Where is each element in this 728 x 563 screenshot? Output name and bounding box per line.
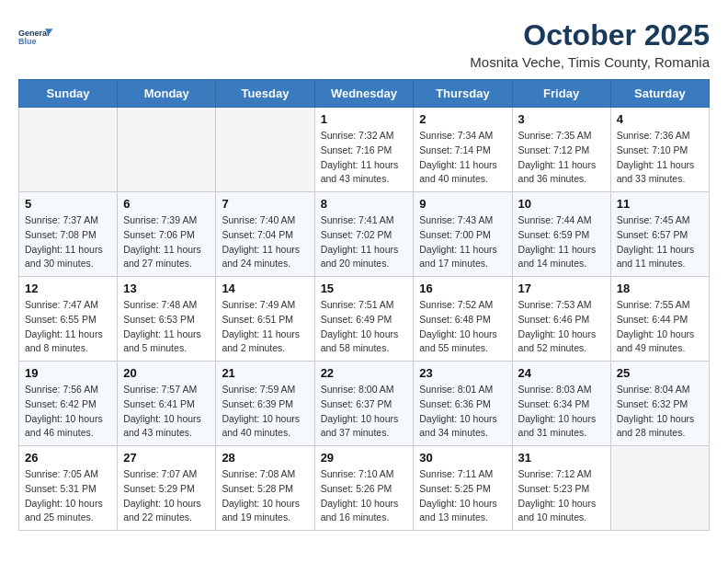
day-number: 28 (222, 451, 308, 465)
calendar-cell: 25Sunrise: 8:04 AM Sunset: 6:32 PM Dayli… (610, 362, 709, 446)
day-number: 19 (25, 366, 111, 380)
page-header: GeneralBlue General Blue October 2025 Mo… (18, 18, 710, 70)
day-info: Sunrise: 7:12 AM Sunset: 5:23 PM Dayligh… (518, 467, 605, 525)
calendar-week-4: 19Sunrise: 7:56 AM Sunset: 6:42 PM Dayli… (19, 362, 710, 446)
weekday-header-friday: Friday (512, 80, 610, 108)
calendar-cell: 19Sunrise: 7:56 AM Sunset: 6:42 PM Dayli… (19, 362, 118, 446)
day-info: Sunrise: 7:08 AM Sunset: 5:28 PM Dayligh… (222, 467, 308, 525)
day-number: 22 (321, 366, 408, 380)
day-number: 30 (419, 451, 506, 465)
calendar-cell: 4Sunrise: 7:36 AM Sunset: 7:10 PM Daylig… (610, 108, 709, 192)
day-info: Sunrise: 7:53 AM Sunset: 6:46 PM Dayligh… (518, 298, 605, 356)
day-number: 16 (419, 282, 506, 295)
calendar-week-5: 26Sunrise: 7:05 AM Sunset: 5:31 PM Dayli… (19, 446, 710, 531)
weekday-header-monday: Monday (118, 80, 216, 108)
day-number: 11 (617, 197, 703, 211)
day-info: Sunrise: 7:48 AM Sunset: 6:53 PM Dayligh… (123, 298, 210, 356)
calendar-cell: 1Sunrise: 7:32 AM Sunset: 7:16 PM Daylig… (314, 108, 414, 192)
svg-text:Blue: Blue (18, 37, 37, 46)
calendar-cell: 13Sunrise: 7:48 AM Sunset: 6:53 PM Dayli… (118, 277, 216, 362)
day-info: Sunrise: 7:40 AM Sunset: 7:04 PM Dayligh… (222, 213, 308, 271)
calendar-cell: 29Sunrise: 7:10 AM Sunset: 5:26 PM Dayli… (314, 446, 414, 531)
day-number: 26 (25, 451, 111, 465)
calendar-cell: 24Sunrise: 8:03 AM Sunset: 6:34 PM Dayli… (512, 362, 610, 446)
day-number: 1 (321, 112, 408, 126)
calendar-cell: 5Sunrise: 7:37 AM Sunset: 7:08 PM Daylig… (19, 192, 118, 277)
location-subtitle: Mosnita Veche, Timis County, Romania (470, 54, 710, 70)
day-info: Sunrise: 7:57 AM Sunset: 6:41 PM Dayligh… (123, 383, 210, 441)
day-number: 3 (518, 112, 605, 126)
day-info: Sunrise: 7:56 AM Sunset: 6:42 PM Dayligh… (25, 383, 111, 441)
calendar-cell: 14Sunrise: 7:49 AM Sunset: 6:51 PM Dayli… (216, 277, 314, 362)
day-info: Sunrise: 8:01 AM Sunset: 6:36 PM Dayligh… (419, 383, 506, 441)
weekday-header-saturday: Saturday (610, 80, 709, 108)
calendar-cell (216, 108, 314, 192)
day-info: Sunrise: 7:45 AM Sunset: 6:57 PM Dayligh… (617, 213, 703, 271)
day-info: Sunrise: 8:00 AM Sunset: 6:37 PM Dayligh… (321, 383, 408, 441)
day-number: 7 (222, 197, 308, 211)
day-number: 9 (419, 197, 506, 211)
day-info: Sunrise: 7:52 AM Sunset: 6:48 PM Dayligh… (419, 298, 506, 356)
calendar-week-3: 12Sunrise: 7:47 AM Sunset: 6:55 PM Dayli… (19, 277, 710, 362)
calendar-cell (118, 108, 216, 192)
calendar-cell: 3Sunrise: 7:35 AM Sunset: 7:12 PM Daylig… (512, 108, 610, 192)
svg-text:General: General (18, 29, 50, 38)
title-section: October 2025 Mosnita Veche, Timis County… (470, 18, 710, 70)
logo-icon: GeneralBlue (18, 18, 55, 55)
calendar-cell: 16Sunrise: 7:52 AM Sunset: 6:48 PM Dayli… (414, 277, 512, 362)
day-info: Sunrise: 7:11 AM Sunset: 5:25 PM Dayligh… (419, 467, 506, 525)
calendar-cell: 23Sunrise: 8:01 AM Sunset: 6:36 PM Dayli… (414, 362, 512, 446)
day-number: 27 (123, 451, 210, 465)
calendar-cell: 11Sunrise: 7:45 AM Sunset: 6:57 PM Dayli… (610, 192, 709, 277)
calendar-week-2: 5Sunrise: 7:37 AM Sunset: 7:08 PM Daylig… (19, 192, 710, 277)
calendar-cell: 2Sunrise: 7:34 AM Sunset: 7:14 PM Daylig… (414, 108, 512, 192)
calendar-cell: 21Sunrise: 7:59 AM Sunset: 6:39 PM Dayli… (216, 362, 314, 446)
logo: GeneralBlue General Blue (18, 18, 59, 55)
calendar-cell: 22Sunrise: 8:00 AM Sunset: 6:37 PM Dayli… (314, 362, 414, 446)
calendar-cell: 10Sunrise: 7:44 AM Sunset: 6:59 PM Dayli… (512, 192, 610, 277)
day-number: 6 (123, 197, 210, 211)
day-info: Sunrise: 7:37 AM Sunset: 7:08 PM Dayligh… (25, 213, 111, 271)
calendar-cell: 18Sunrise: 7:55 AM Sunset: 6:44 PM Dayli… (610, 277, 709, 362)
calendar-cell: 7Sunrise: 7:40 AM Sunset: 7:04 PM Daylig… (216, 192, 314, 277)
day-info: Sunrise: 7:47 AM Sunset: 6:55 PM Dayligh… (25, 298, 111, 356)
day-info: Sunrise: 7:41 AM Sunset: 7:02 PM Dayligh… (321, 213, 408, 271)
calendar-cell: 28Sunrise: 7:08 AM Sunset: 5:28 PM Dayli… (216, 446, 314, 531)
calendar-cell: 27Sunrise: 7:07 AM Sunset: 5:29 PM Dayli… (118, 446, 216, 531)
calendar-cell: 31Sunrise: 7:12 AM Sunset: 5:23 PM Dayli… (512, 446, 610, 531)
month-title: October 2025 (470, 18, 710, 52)
day-info: Sunrise: 7:59 AM Sunset: 6:39 PM Dayligh… (222, 383, 308, 441)
day-number: 24 (518, 366, 605, 380)
calendar-cell: 9Sunrise: 7:43 AM Sunset: 7:00 PM Daylig… (414, 192, 512, 277)
calendar-cell: 17Sunrise: 7:53 AM Sunset: 6:46 PM Dayli… (512, 277, 610, 362)
day-info: Sunrise: 7:49 AM Sunset: 6:51 PM Dayligh… (222, 298, 308, 356)
day-number: 18 (617, 282, 703, 295)
day-info: Sunrise: 7:10 AM Sunset: 5:26 PM Dayligh… (321, 467, 408, 525)
calendar-cell: 8Sunrise: 7:41 AM Sunset: 7:02 PM Daylig… (314, 192, 414, 277)
day-number: 25 (617, 366, 703, 380)
day-info: Sunrise: 7:35 AM Sunset: 7:12 PM Dayligh… (518, 129, 605, 187)
day-info: Sunrise: 8:04 AM Sunset: 6:32 PM Dayligh… (617, 383, 703, 441)
day-number: 10 (518, 197, 605, 211)
calendar-cell: 30Sunrise: 7:11 AM Sunset: 5:25 PM Dayli… (414, 446, 512, 531)
calendar-cell: 12Sunrise: 7:47 AM Sunset: 6:55 PM Dayli… (19, 277, 118, 362)
day-info: Sunrise: 7:34 AM Sunset: 7:14 PM Dayligh… (419, 129, 506, 187)
day-number: 29 (321, 451, 408, 465)
day-info: Sunrise: 8:03 AM Sunset: 6:34 PM Dayligh… (518, 383, 605, 441)
day-info: Sunrise: 7:55 AM Sunset: 6:44 PM Dayligh… (617, 298, 703, 356)
day-info: Sunrise: 7:07 AM Sunset: 5:29 PM Dayligh… (123, 467, 210, 525)
day-number: 4 (617, 112, 703, 126)
calendar-cell (610, 446, 709, 531)
calendar-cell (19, 108, 118, 192)
weekday-header-tuesday: Tuesday (216, 80, 314, 108)
calendar-header-row: SundayMondayTuesdayWednesdayThursdayFrid… (19, 80, 710, 108)
day-number: 12 (25, 282, 111, 295)
weekday-header-sunday: Sunday (19, 80, 118, 108)
day-info: Sunrise: 7:05 AM Sunset: 5:31 PM Dayligh… (25, 467, 111, 525)
calendar-cell: 15Sunrise: 7:51 AM Sunset: 6:49 PM Dayli… (314, 277, 414, 362)
calendar-cell: 20Sunrise: 7:57 AM Sunset: 6:41 PM Dayli… (118, 362, 216, 446)
day-info: Sunrise: 7:43 AM Sunset: 7:00 PM Dayligh… (419, 213, 506, 271)
day-number: 5 (25, 197, 111, 211)
day-number: 13 (123, 282, 210, 295)
day-number: 21 (222, 366, 308, 380)
